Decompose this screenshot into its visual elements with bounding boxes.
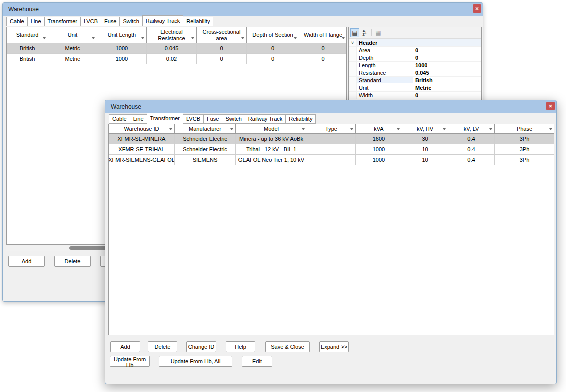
add-button[interactable]: Add: [8, 256, 45, 267]
close-button[interactable]: ✕: [546, 102, 555, 110]
expand-button[interactable]: Expand >>: [319, 341, 349, 352]
table-cell: 0.4: [448, 144, 495, 155]
column-header-cross-sectional-area[interactable]: Cross-sectional area: [197, 27, 247, 43]
update-from-lib-all-button[interactable]: Update From Lib, All: [159, 356, 232, 367]
tab-transformer[interactable]: Transformer: [147, 113, 184, 124]
table-header: StandardUnitUnit LengthElectrical Resist…: [7, 27, 346, 43]
table-row[interactable]: BritishMetric10000.045000: [7, 43, 346, 54]
column-label: Electrical Resistance: [149, 29, 194, 41]
property-row-unit[interactable]: UnitMetric: [349, 84, 481, 92]
edit-button[interactable]: Edit: [242, 356, 272, 367]
table-cell: Trihal - 12 kV - BIL 1: [236, 144, 307, 155]
sort-arrow-icon[interactable]: [489, 128, 492, 130]
column-header-unit[interactable]: Unit: [48, 27, 97, 43]
column-label: Model: [264, 126, 279, 132]
table-cell: 0: [299, 43, 347, 54]
column-label: kV, LV: [464, 126, 479, 132]
table-cell: British: [7, 43, 48, 54]
save-close-button[interactable]: Save & Close: [265, 341, 310, 352]
tab-switch[interactable]: Switch: [119, 17, 142, 26]
table-row[interactable]: BritishMetric10000.02000: [7, 54, 346, 64]
table-cell: XFMR-SE-MINERA: [109, 134, 175, 144]
property-value[interactable]: 0.045: [413, 70, 429, 76]
column-header-standard[interactable]: Standard: [7, 27, 48, 43]
column-header-width-of-flange[interactable]: Width of Flange: [299, 27, 347, 43]
column-header-kva[interactable]: kVA: [356, 124, 402, 134]
column-header-warehouse-id[interactable]: Warehouse ID: [109, 124, 175, 134]
titlebar[interactable]: Warehouse ✕: [3, 3, 483, 16]
property-value[interactable]: British: [413, 77, 433, 83]
property-value[interactable]: 1000: [413, 62, 427, 68]
property-category-row[interactable]: ∨Header: [349, 39, 481, 47]
property-value[interactable]: 0: [413, 55, 418, 61]
column-label: Width of Flange: [304, 32, 342, 38]
categorized-icon[interactable]: ▤: [350, 28, 359, 37]
sort-arrow-icon[interactable]: [397, 128, 400, 130]
collapse-chevron-icon[interactable]: ∨: [349, 39, 357, 46]
property-value[interactable]: 0: [413, 92, 418, 98]
sort-alphabetical-icon[interactable]: AZ ↓: [360, 28, 369, 37]
tab-lvcb[interactable]: LVCB: [80, 17, 101, 26]
property-row-area[interactable]: Area0: [349, 47, 481, 54]
property-row-resistance[interactable]: Resistance0.045: [349, 69, 481, 77]
table-row[interactable]: XFMR-SIEMENS-GEAFOLSIEMENSGEAFOL Neo Tie…: [109, 155, 554, 165]
sort-arrow-icon[interactable]: [443, 128, 446, 130]
sort-arrow-icon[interactable]: [241, 37, 244, 39]
titlebar[interactable]: Warehouse ✕: [105, 100, 556, 113]
tab-lvcb[interactable]: LVCB: [183, 114, 204, 124]
tab-switch[interactable]: Switch: [222, 114, 245, 124]
change-id-button[interactable]: Change ID: [186, 341, 216, 352]
property-row-length[interactable]: Length1000: [349, 62, 481, 69]
sort-arrow-icon[interactable]: [43, 37, 46, 39]
column-header-kv-hv[interactable]: kV, HV: [402, 124, 448, 134]
tab-cable[interactable]: Cable: [109, 114, 130, 124]
delete-button[interactable]: Delete: [54, 256, 91, 267]
tab-fuse[interactable]: Fuse: [203, 114, 222, 124]
add-button[interactable]: Add: [110, 341, 140, 352]
sort-arrow-icon[interactable]: [169, 128, 172, 130]
column-header-kv-lv[interactable]: kV, LV: [448, 124, 495, 134]
property-row-width[interactable]: Width0: [349, 92, 481, 99]
column-header-phase[interactable]: Phase: [495, 124, 554, 134]
table-row[interactable]: XFMR-SE-MINERASchneider ElectricMinera -…: [109, 134, 554, 144]
sort-arrow-icon[interactable]: [350, 128, 353, 130]
sort-arrow-icon[interactable]: [294, 37, 297, 39]
property-row-standard[interactable]: StandardBritish: [349, 77, 481, 84]
tab-reliability[interactable]: Reliability: [285, 114, 316, 124]
tab-railway-track[interactable]: Railway Track: [142, 15, 183, 26]
delete-button[interactable]: Delete: [148, 341, 177, 352]
column-label: Cross-sectional area: [199, 29, 244, 41]
tab-railway-track[interactable]: Railway Track: [245, 114, 286, 124]
tab-fuse[interactable]: Fuse: [101, 17, 120, 26]
tab-line[interactable]: Line: [27, 17, 45, 26]
column-label: kV, HV: [417, 126, 433, 132]
close-button[interactable]: ✕: [473, 4, 481, 13]
sort-arrow-icon[interactable]: [141, 37, 144, 39]
tab-reliability[interactable]: Reliability: [183, 17, 213, 26]
table-row[interactable]: XFMR-SE-TRIHALSchneider ElectricTrihal -…: [109, 144, 554, 155]
tab-line[interactable]: Line: [130, 114, 147, 124]
help-button[interactable]: Help: [226, 341, 255, 352]
column-header-model[interactable]: Model: [236, 124, 307, 134]
tab-transformer[interactable]: Transformer: [44, 17, 81, 26]
column-header-depth-of-section[interactable]: Depth of Section: [247, 27, 299, 43]
column-header-manufacturer[interactable]: Manufacturer: [175, 124, 236, 134]
table-cell: 1000: [356, 155, 402, 165]
property-value[interactable]: Metric: [413, 85, 431, 91]
sort-arrow-icon[interactable]: [302, 128, 305, 130]
table-cell: 3Ph: [495, 134, 554, 144]
column-header-type[interactable]: Type: [307, 124, 356, 134]
sort-arrow-icon[interactable]: [342, 37, 345, 39]
column-header-unit-length[interactable]: Unit Length: [97, 27, 147, 43]
property-row-depth[interactable]: Depth0: [349, 54, 481, 62]
sort-arrow-icon[interactable]: [230, 128, 233, 130]
property-value[interactable]: 0: [413, 47, 418, 53]
tab-cable[interactable]: Cable: [6, 17, 28, 26]
property-pages-icon[interactable]: ▦: [374, 28, 383, 37]
sort-arrow-icon[interactable]: [92, 37, 95, 39]
sort-arrow-icon[interactable]: [191, 37, 194, 39]
update-from-lib-button[interactable]: Update From Lib: [110, 356, 150, 367]
sort-arrow-icon[interactable]: [549, 128, 552, 130]
column-header-electrical-resistance[interactable]: Electrical Resistance: [147, 27, 197, 43]
property-name: Unit: [357, 85, 413, 91]
